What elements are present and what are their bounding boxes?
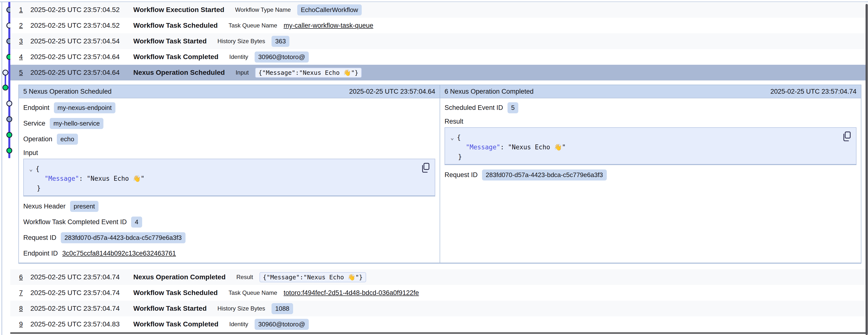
field-label: Endpoint [23, 104, 50, 112]
graph-dot-6-branch [3, 85, 8, 90]
event-timestamp: 2025-02-25 UTC 23:57:04.64 [30, 53, 133, 61]
event-detail-value-badge: 363 [272, 36, 289, 47]
copy-icon[interactable] [421, 163, 430, 174]
event-type: Workflow Task Scheduled [133, 22, 218, 29]
json-value: : "Nexus Echo 👋" [500, 143, 566, 151]
field-label: Endpoint ID [23, 250, 58, 257]
event-timestamp: 2025-02-25 UTC 23:57:04.52 [30, 22, 133, 29]
endpoint-id-link[interactable]: 3c0c75ccfa8144b092c13ce632463761 [62, 250, 176, 257]
event-type: Workflow Execution Started [133, 6, 224, 14]
event-detail-key: Task Queue Name [228, 289, 277, 296]
panel-header[interactable]: 5 Nexus Operation Scheduled 2025-02-25 U… [19, 85, 440, 99]
event-id-link[interactable]: 7 [19, 289, 30, 297]
field-request-id: Request ID 283fd070-d57a-4423-bdca-c5c77… [23, 230, 435, 246]
field-request-id: Request ID 283fd070-d57a-4423-bdca-c5c77… [444, 167, 857, 183]
input-json-block: ⌄{ "Message": "Nexus Echo 👋" } [23, 159, 435, 196]
json-close-brace: } [37, 185, 41, 192]
field-label: Nexus Header [23, 202, 66, 210]
event-row-9[interactable]: 9 2025-02-25 UTC 23:57:04.83 Workflow Ta… [10, 316, 866, 332]
event-history-list: 1 2025-02-25 UTC 23:57:04.52 Workflow Ex… [10, 2, 866, 334]
field-value-badge: present [70, 201, 99, 212]
workflow-history-page: 1 2025-02-25 UTC 23:57:04.52 Workflow Ex… [0, 0, 868, 335]
event-row-4[interactable]: 4 2025-02-25 UTC 23:57:04.64 Workflow Ta… [10, 49, 866, 65]
json-key: "Message" [44, 175, 79, 182]
event-detail-key: Input [236, 69, 248, 76]
event-row-1[interactable]: 1 2025-02-25 UTC 23:57:04.52 Workflow Ex… [10, 2, 866, 18]
result-json-block: ⌄{ "Message": "Nexus Echo 👋" } [444, 127, 857, 165]
event-id-link[interactable]: 3 [19, 37, 30, 45]
field-value-badge: echo [57, 134, 78, 145]
json-value: : "Nexus Echo 👋" [79, 175, 145, 182]
event-detail-value-badge: 30960@totoro@ [255, 52, 309, 62]
event-type: Workflow Task Started [133, 305, 207, 312]
event-result-json-badge: {"Message":"Nexus Echo 👋"} [259, 272, 366, 282]
panel-nexus-operation-scheduled: 5 Nexus Operation Scheduled 2025-02-25 U… [19, 85, 440, 263]
field-nexus-header: Nexus Header present [23, 198, 435, 214]
event-id-link[interactable]: 2 [19, 22, 30, 29]
event-id-link[interactable]: 1 [19, 6, 30, 14]
task-queue-link[interactable]: my-caller-workflow-task-queue [283, 22, 373, 29]
event-detail-key: Task Queue Name [228, 22, 277, 29]
input-label: Input [23, 147, 435, 159]
event-type: Workflow Task Completed [133, 53, 218, 61]
panel-body: Endpoint my-nexus-endpoint Service my-he… [19, 99, 440, 261]
panel-body: Scheduled Event ID 5 Result ⌄{ "Message"… [440, 99, 861, 183]
event-timestamp: 2025-02-25 UTC 23:57:04.64 [30, 69, 133, 77]
event-id-link[interactable]: 4 [19, 53, 30, 61]
event-detail-key: History Size Bytes [217, 38, 265, 45]
field-value-badge: 5 [507, 102, 518, 113]
event-id-link[interactable]: 5 [19, 69, 30, 77]
field-label: Operation [23, 135, 53, 143]
event-input-json-badge: {"Message":"Nexus Echo 👋"} [255, 68, 362, 78]
field-value-badge: 283fd070-d57a-4423-bdca-c5c779e6a3f3 [61, 232, 186, 243]
field-endpoint-id: Endpoint ID 3c0c75ccfa8144b092c13ce63246… [23, 246, 435, 261]
event-type: Workflow Task Scheduled [133, 289, 218, 297]
panel-header[interactable]: 6 Nexus Operation Completed 2025-02-25 U… [440, 85, 861, 99]
collapse-chevron-icon[interactable]: ⌄ [29, 164, 33, 174]
event-detail-panels: 5 Nexus Operation Scheduled 2025-02-25 U… [19, 85, 861, 263]
event-row-6[interactable]: 6 2025-02-25 UTC 23:57:04.74 Nexus Opera… [10, 269, 866, 285]
event-detail-key: Identity [229, 53, 248, 60]
event-row-3[interactable]: 3 2025-02-25 UTC 23:57:04.54 Workflow Ta… [10, 33, 866, 49]
field-value-badge: 4 [131, 217, 142, 228]
event-timestamp: 2025-02-25 UTC 23:57:04.74 [30, 289, 133, 297]
field-value-badge: my-hello-service [50, 118, 103, 129]
task-queue-link[interactable]: totoro:f494fecf-2d51-4d48-bdcd-036a0f912… [283, 289, 419, 297]
field-value-badge: my-nexus-endpoint [54, 102, 116, 113]
field-scheduled-event-id: Scheduled Event ID 5 [444, 100, 857, 115]
panel-title: 6 Nexus Operation Completed [444, 88, 533, 95]
panel-nexus-operation-completed: 6 Nexus Operation Completed 2025-02-25 U… [440, 85, 861, 263]
event-type: Workflow Task Completed [133, 320, 218, 328]
field-endpoint: Endpoint my-nexus-endpoint [23, 100, 435, 115]
json-open-brace: { [35, 165, 39, 172]
event-detail-key: Result [237, 274, 253, 281]
event-row-5-selected[interactable]: 5 2025-02-25 UTC 23:57:04.64 Nexus Opera… [10, 65, 866, 80]
event-id-link[interactable]: 9 [19, 320, 30, 328]
event-detail-value-badge: 30960@totoro@ [255, 319, 309, 330]
panel-timestamp: 2025-02-25 UTC 23:57:04.64 [349, 88, 435, 95]
json-key: "Message" [466, 143, 500, 151]
history-scrollbar[interactable] [866, 4, 868, 335]
collapse-chevron-icon[interactable]: ⌄ [451, 133, 454, 142]
event-detail-key: Workflow Type Name [235, 6, 291, 13]
event-id-link[interactable]: 6 [19, 274, 30, 281]
event-timestamp: 2025-02-25 UTC 23:57:04.74 [30, 273, 133, 281]
event-type: Workflow Task Started [133, 37, 207, 45]
event-timestamp: 2025-02-25 UTC 23:57:04.54 [30, 37, 133, 45]
panel-timestamp: 2025-02-25 UTC 23:57:04.74 [771, 88, 857, 95]
event-id-link[interactable]: 8 [19, 305, 30, 312]
json-close-brace: } [458, 153, 462, 160]
event-row-8[interactable]: 8 2025-02-25 UTC 23:57:04.74 Workflow Ta… [10, 301, 866, 316]
field-label: Workflow Task Completed Event ID [23, 218, 127, 226]
panel-title: 5 Nexus Operation Scheduled [23, 88, 112, 95]
event-row-7[interactable]: 7 2025-02-25 UTC 23:57:04.74 Workflow Ta… [10, 285, 866, 301]
copy-icon[interactable] [842, 131, 851, 142]
event-detail-value-badge: 1088 [272, 303, 293, 314]
field-label: Request ID [444, 171, 477, 179]
field-label: Scheduled Event ID [444, 104, 503, 112]
event-timestamp: 2025-02-25 UTC 23:57:04.83 [30, 320, 133, 328]
event-row-2[interactable]: 2 2025-02-25 UTC 23:57:04.52 Workflow Ta… [10, 18, 866, 33]
json-open-brace: { [457, 134, 461, 141]
field-label: Service [23, 120, 45, 127]
event-detail-key: History Size Bytes [217, 305, 265, 312]
